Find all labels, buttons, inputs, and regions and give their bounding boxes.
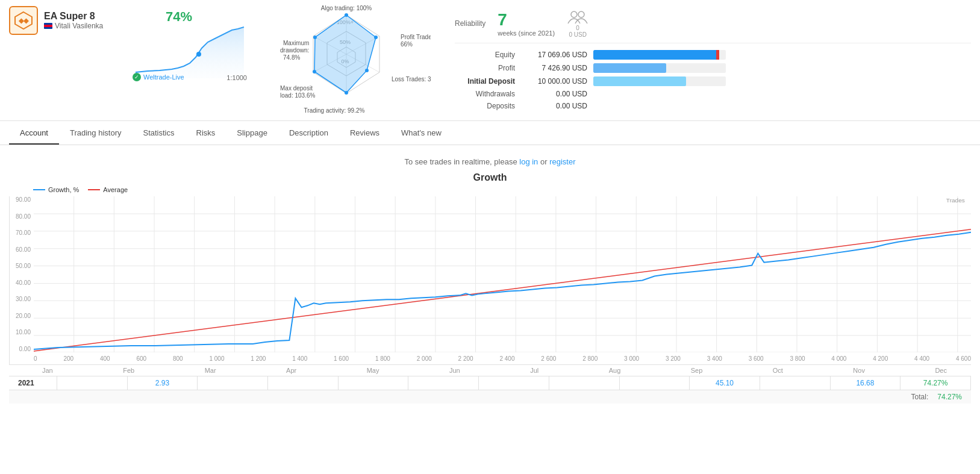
year-jun — [408, 376, 479, 390]
month-apr: Apr — [286, 367, 296, 374]
radar-loss-label: Loss Trades: 34% — [392, 76, 431, 83]
tab-whats-new[interactable]: What's new — [390, 122, 452, 145]
tab-slippage[interactable]: Slippage — [226, 122, 278, 145]
month-dec: Dec — [935, 367, 947, 374]
year-label: 2021 — [9, 376, 57, 390]
initial-deposit-row: Initial Deposit 10 000.00 USD — [455, 76, 971, 86]
year-data-cells: 2.93 45.10 16.68 74.27% — [57, 376, 971, 390]
login-link[interactable]: log in — [519, 157, 538, 166]
equity-value: 17 069.06 USD — [521, 51, 587, 59]
mini-chart-section: 74% ✓ Weltrade-Live 1:1000 — [130, 6, 250, 84]
month-jul: Jul — [530, 367, 538, 374]
month-feb: Feb — [123, 367, 134, 374]
leverage-info: 1:1000 — [226, 74, 247, 81]
svg-text:Trades: Trades — [946, 197, 965, 204]
profit-row: Profit 7 426.90 USD — [455, 63, 971, 73]
reliability-section: Reliability 7 weeks (since 2021) 0 0 USD — [455, 9, 971, 43]
svg-text:load: 103.6%: load: 103.6% — [280, 92, 315, 99]
legend-red-line — [88, 189, 100, 190]
year-aug — [549, 376, 620, 390]
radar-activity-label: Trading activity: 99.2% — [304, 107, 365, 114]
ea-logo: ◆◆ — [9, 6, 38, 35]
radar-svg: Algo trading: 100% Profit Trades: 66% Lo… — [274, 3, 431, 117]
legend-growth-label: Growth, % — [48, 186, 79, 193]
total-row: Total: 74.27% — [9, 390, 971, 404]
chart-legend: Growth, % Average — [9, 186, 971, 193]
legend-average-label: Average — [103, 186, 128, 193]
stats-bars-section: Reliability 7 weeks (since 2021) 0 0 USD… — [455, 6, 971, 110]
svg-point-2 — [196, 52, 201, 57]
ea-name: EA Super 8 — [44, 11, 103, 22]
tabs-section: Account Trading history Statistics Risks… — [0, 122, 980, 145]
tab-description[interactable]: Description — [278, 122, 339, 145]
broker-name: Weltrade-Live — [143, 73, 184, 81]
users-icon-block: 0 0 USD — [567, 9, 588, 38]
radar-profit-label: Profit Trades: — [401, 34, 431, 40]
radar-drawdown-label: Maximum — [283, 40, 309, 46]
year-oct: 45.10 — [690, 376, 760, 390]
withdrawals-row: Withdrawals 0.00 USD — [455, 90, 971, 98]
month-sep: Sep — [691, 367, 703, 374]
year-sep — [620, 376, 690, 390]
radar-section: Algo trading: 100% Profit Trades: 66% Lo… — [262, 6, 443, 114]
ea-subtitle: Vitali Vasilenka — [44, 22, 103, 30]
year-row: 2021 2.93 45.10 16.68 74.27% — [9, 376, 971, 390]
register-link[interactable]: register — [549, 157, 575, 166]
svg-point-21 — [313, 70, 316, 73]
broker-info: ✓ Weltrade-Live — [133, 73, 184, 81]
realtime-notice: To see trades in realtime, please log in… — [9, 157, 971, 166]
reliability-label: Reliability — [455, 19, 485, 28]
equity-bar — [593, 50, 719, 60]
chart-svg-area: Trades — [34, 196, 971, 352]
chart-title: Growth — [9, 172, 971, 183]
year-jul — [479, 376, 549, 390]
equity-label: Equity — [455, 51, 515, 59]
svg-point-20 — [345, 91, 348, 95]
profit-label: Profit — [455, 64, 515, 72]
tab-statistics[interactable]: Statistics — [132, 122, 185, 145]
tab-reviews[interactable]: Reviews — [339, 122, 390, 145]
header-area: ◆◆ EA Super 8 Vitali Vasilenka 74% — [0, 0, 980, 121]
deposits-value: 0.00 USD — [521, 102, 587, 110]
initial-deposit-bar-container — [593, 76, 726, 86]
total-label: Total: — [911, 393, 929, 401]
users-count: 0 — [576, 25, 579, 31]
reliability-sub: weeks (since 2021) — [498, 30, 555, 37]
year-mar — [198, 376, 268, 390]
svg-point-23 — [571, 11, 577, 17]
month-jan: Jan — [42, 367, 53, 374]
tab-account[interactable]: Account — [9, 122, 59, 145]
svg-line-57 — [34, 229, 971, 351]
month-nov: Nov — [853, 367, 865, 374]
year-apr — [268, 376, 339, 390]
equity-bar-container — [593, 50, 726, 60]
svg-point-22 — [313, 36, 317, 39]
svg-point-17 — [345, 13, 348, 17]
reliability-weeks: 7 — [498, 10, 555, 30]
month-jun: Jun — [449, 367, 460, 374]
year-jan — [57, 376, 128, 390]
month-aug: Aug — [609, 367, 621, 374]
initial-deposit-bar — [593, 76, 686, 86]
reliability-block: 7 weeks (since 2021) — [498, 10, 555, 37]
users-svg — [567, 9, 588, 25]
month-may: May — [367, 367, 379, 374]
legend-growth: Growth, % — [33, 186, 79, 193]
user-name: Vitali Vasilenka — [55, 22, 103, 30]
equity-row: Equity 17 069.06 USD — [455, 50, 971, 60]
legend-average: Average — [88, 186, 128, 193]
radar-algo-label: Algo trading: 100% — [321, 5, 372, 11]
withdrawals-label: Withdrawals — [455, 90, 515, 98]
month-oct: Oct — [773, 367, 783, 374]
growth-svg: Trades — [34, 196, 971, 352]
growth-chart-container: 90.00 80.00 70.00 60.00 50.00 40.00 30.0… — [9, 196, 971, 365]
tab-trading-history[interactable]: Trading history — [59, 122, 133, 145]
main-chart-area: To see trades in realtime, please log in… — [0, 145, 980, 410]
year-dec: 16.68 — [831, 376, 901, 390]
y-axis: 90.00 80.00 70.00 60.00 50.00 40.00 30.0… — [10, 196, 34, 352]
flag-icon — [44, 23, 52, 29]
legend-blue-line — [33, 189, 45, 190]
x-axis: 0 200 400 600 800 1 000 1 200 1 400 1 60… — [34, 352, 971, 364]
tab-risks[interactable]: Risks — [186, 122, 226, 145]
growth-badge: 74% — [166, 9, 192, 25]
